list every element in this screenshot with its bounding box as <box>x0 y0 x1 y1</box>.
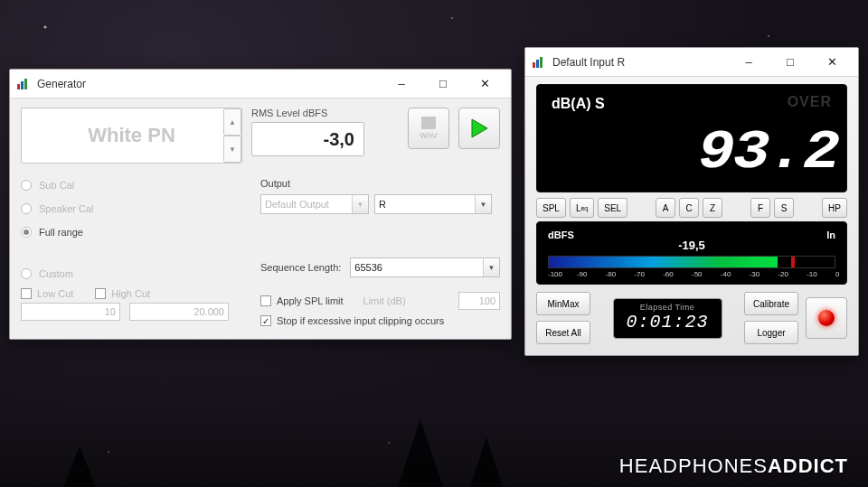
checkbox-icon <box>21 288 32 299</box>
minimize-button[interactable]: – <box>728 49 769 76</box>
watermark: HEADPHONESADDICT <box>619 454 848 478</box>
minmax-button[interactable]: MinMax <box>536 292 590 315</box>
elapsed-label: Elapsed Time <box>627 303 709 312</box>
leq-button[interactable]: Leq <box>570 198 594 218</box>
radio-sub-cal[interactable]: Sub Cal <box>21 180 242 191</box>
output-device-select[interactable]: Default Output ▼ <box>260 194 369 214</box>
rms-level-label: RMS Level dBFS <box>251 108 399 118</box>
minimize-button[interactable]: – <box>381 70 422 98</box>
a-weight-button[interactable]: A <box>656 198 675 218</box>
svg-rect-1 <box>21 81 24 89</box>
output-device-value: Default Output <box>265 199 329 210</box>
radio-custom[interactable]: Custom <box>21 268 242 279</box>
watermark-bold: ADDICT <box>768 454 848 477</box>
spl-button[interactable]: SPL <box>536 198 566 218</box>
meter-window: Default Input R – □ ✕ dB(A) S OVER 93.2 … <box>524 47 859 356</box>
close-button[interactable]: ✕ <box>811 49 853 76</box>
dbfs-panel: dBFS In -19,5 -100-90-80-70-60-50-40-30-… <box>536 221 847 285</box>
dbfs-left-label: dBFS <box>548 229 574 240</box>
svg-marker-4 <box>472 119 487 137</box>
sel-button[interactable]: SEL <box>598 198 627 218</box>
leq-sub: eq <box>580 205 588 211</box>
generator-app-icon <box>15 77 30 91</box>
radio-speaker-cal[interactable]: Speaker Cal <box>21 203 242 214</box>
checkbox-icon <box>95 288 106 299</box>
high-cut-label: High Cut <box>111 288 150 299</box>
fast-button[interactable]: F <box>750 198 770 218</box>
apply-spl-label: Apply SPL limit <box>277 295 344 306</box>
wav-icon <box>421 117 436 129</box>
noise-type-selector[interactable]: White PN ▲ ▼ <box>21 108 242 164</box>
elapsed-time: 0:01:23 <box>627 312 709 332</box>
output-channel-select[interactable]: R ▼ <box>374 194 492 214</box>
meter-titlebar[interactable]: Default Input R – □ ✕ <box>525 48 858 77</box>
radio-sub-cal-label: Sub Cal <box>39 180 74 191</box>
radio-icon <box>21 203 32 214</box>
radio-custom-label: Custom <box>39 268 73 279</box>
svg-rect-6 <box>536 60 539 68</box>
play-button[interactable] <box>458 108 500 149</box>
generator-body: White PN ▲ ▼ RMS Level dBFS -3,0 WAV <box>10 98 511 339</box>
apply-spl-checkbox[interactable] <box>260 295 271 306</box>
svg-rect-3 <box>421 117 436 129</box>
noise-type-up[interactable]: ▲ <box>223 108 241 136</box>
noise-type-label: White PN <box>88 124 175 147</box>
close-button[interactable]: ✕ <box>464 70 505 98</box>
z-weight-button[interactable]: Z <box>703 198 722 218</box>
output-label: Output <box>260 178 500 189</box>
sequence-length-select[interactable]: 65536 ▼ <box>350 258 500 277</box>
meter-body: dB(A) S OVER 93.2 SPL Leq SEL A C Z F S … <box>525 77 858 355</box>
radio-full-range-label: Full range <box>39 227 83 238</box>
dbfs-right-label: In <box>826 229 835 240</box>
chevron-down-icon: ▼ <box>352 195 368 213</box>
svg-rect-2 <box>24 79 27 89</box>
dbfs-value: -19,5 <box>548 239 835 252</box>
spl-limit-label: Limit (dB) <box>363 295 406 306</box>
chevron-down-icon: ▼ <box>483 258 499 276</box>
low-cut-input: 10 <box>21 303 120 321</box>
wav-button-label: WAV <box>420 131 438 140</box>
stop-clipping-label: Stop if excessive input clipping occurs <box>277 315 444 326</box>
radio-speaker-cal-label: Speaker Cal <box>39 203 94 214</box>
rms-level-input[interactable]: -3,0 <box>251 122 364 156</box>
slow-button[interactable]: S <box>774 198 794 218</box>
meter-app-icon <box>531 55 545 70</box>
radio-full-range[interactable]: Full range <box>21 227 242 238</box>
watermark-light: HEADPHONES <box>619 454 768 477</box>
record-button[interactable] <box>806 297 847 339</box>
dbfs-bar-fill <box>549 257 778 267</box>
spl-reading: 93.2 <box>698 120 838 184</box>
elapsed-time-display: Elapsed Time 0:01:23 <box>613 298 722 339</box>
maximize-button[interactable]: □ <box>422 70 464 98</box>
generator-title: Generator <box>37 78 381 90</box>
logger-button[interactable]: Logger <box>744 321 798 344</box>
svg-rect-0 <box>17 84 20 89</box>
radio-icon <box>21 268 32 279</box>
dbfs-bar-peak <box>791 257 795 267</box>
reset-all-button[interactable]: Reset All <box>536 321 590 344</box>
generator-titlebar[interactable]: Generator – □ ✕ <box>10 70 511 98</box>
sequence-length-label: Sequence Length: <box>260 262 341 273</box>
mode-button-strip: SPL Leq SEL A C Z F S HP <box>536 198 847 218</box>
c-weight-button[interactable]: C <box>679 198 699 218</box>
dbfs-tick-labels: -100-90-80-70-60-50-40-30-20-100 <box>548 270 835 278</box>
spl-limit-input: 100 <box>458 292 500 310</box>
maximize-button[interactable]: □ <box>769 49 811 76</box>
svg-rect-7 <box>540 57 542 68</box>
high-cut-check: High Cut <box>95 288 150 299</box>
wav-button[interactable]: WAV <box>408 108 449 149</box>
radio-icon <box>21 227 32 238</box>
sequence-length-value: 65536 <box>354 262 382 273</box>
low-cut-label: Low Cut <box>37 288 73 299</box>
over-indicator: OVER <box>788 94 832 110</box>
calibrate-button[interactable]: Calibrate <box>744 292 798 315</box>
play-icon <box>469 117 489 139</box>
svg-rect-5 <box>533 62 535 68</box>
noise-type-down[interactable]: ▼ <box>223 136 241 163</box>
high-cut-input: 20.000 <box>129 303 229 321</box>
hp-button[interactable]: HP <box>822 198 847 218</box>
dbfs-meter-bar <box>548 256 835 268</box>
stop-clipping-checkbox[interactable]: ✓ <box>260 315 271 326</box>
chevron-down-icon: ▼ <box>475 195 491 213</box>
record-icon <box>818 310 835 326</box>
